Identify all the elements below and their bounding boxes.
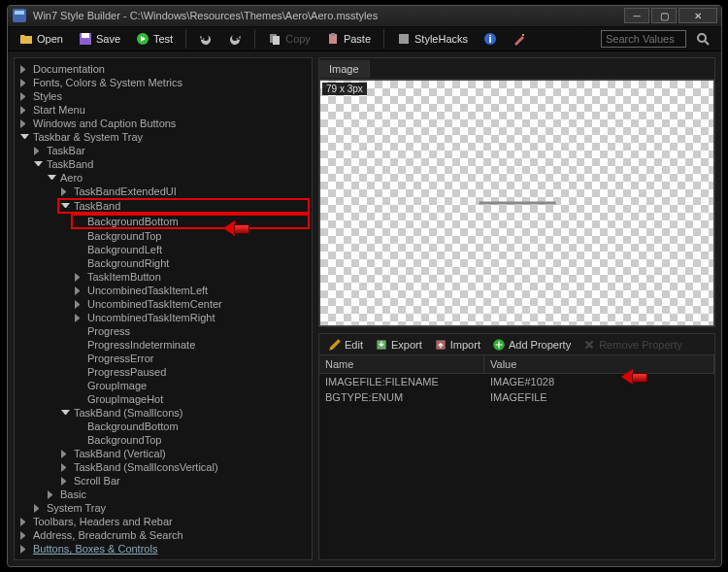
tree-bg-bottom[interactable]: BackgroundBottom — [71, 214, 310, 229]
svg-rect-1 — [15, 11, 24, 15]
tree-bg-left[interactable]: BackgroundLeft — [73, 243, 310, 256]
tree-taskband-ext[interactable]: TaskBandExtendedUI — [59, 185, 310, 198]
tree-progress-err[interactable]: ProgressError — [73, 352, 310, 365]
x-icon — [582, 338, 596, 352]
search-input[interactable] — [601, 30, 686, 48]
window-title: Win7 Style Builder - C:\Windows\Resource… — [33, 10, 624, 21]
tree-system-tray[interactable]: System Tray — [32, 501, 310, 515]
paste-button[interactable]: Paste — [320, 30, 377, 48]
minimize-button[interactable]: ─ — [624, 8, 649, 23]
svg-rect-3 — [82, 33, 89, 38]
tree-group-image[interactable]: GroupImage — [73, 379, 310, 392]
tree-documentation[interactable]: Documentation — [18, 62, 310, 76]
tree-taskband-inner[interactable]: TaskBand — [57, 198, 310, 214]
tree-basic[interactable]: Basic — [46, 488, 310, 501]
undo-button[interactable] — [193, 30, 218, 48]
export-icon — [375, 338, 388, 352]
copy-icon — [268, 32, 281, 46]
tree-progress-ind[interactable]: ProgressIndeterminate — [73, 338, 310, 352]
import-button[interactable]: Import — [429, 337, 485, 353]
svg-point-12 — [522, 34, 524, 36]
tree-uncomb-center[interactable]: UncombinedTaskItemCenter — [73, 297, 310, 311]
image-dimensions: 79 x 3px — [322, 83, 367, 95]
edit-button[interactable]: Edit — [323, 337, 368, 353]
tree-toolbars-rebar[interactable]: Toolbars, Headers and Rebar — [18, 515, 310, 528]
image-tab[interactable]: Image — [319, 60, 370, 78]
svg-rect-8 — [331, 33, 335, 36]
tree-taskband-smallv[interactable]: TaskBand (SmallIconsVertical) — [59, 460, 310, 474]
stylehacks-icon — [397, 32, 411, 46]
tree-taskbar[interactable]: TaskBar — [32, 144, 310, 157]
play-icon — [136, 32, 149, 46]
maximize-button[interactable]: ▢ — [651, 8, 677, 23]
wand-button[interactable] — [507, 30, 532, 48]
tree-bg-top2[interactable]: BackgroundTop — [73, 433, 310, 447]
tree-taskband-vert[interactable]: TaskBand (Vertical) — [59, 447, 310, 460]
image-preview-panel: Image 79 x 3px — [318, 57, 715, 327]
annotation-arrow-property — [621, 369, 646, 385]
undo-icon — [199, 32, 213, 46]
tree-bg-bottom2[interactable]: BackgroundBottom — [73, 420, 310, 433]
info-icon: i — [483, 32, 497, 46]
add-property-button[interactable]: Add Property — [487, 337, 576, 353]
titlebar[interactable]: Win7 Style Builder - C:\Windows\Resource… — [8, 6, 721, 27]
tree-progress-paused[interactable]: ProgressPaused — [73, 365, 310, 379]
save-icon — [79, 32, 92, 46]
export-button[interactable]: Export — [370, 337, 427, 353]
col-name[interactable]: Name — [319, 355, 484, 373]
save-button[interactable]: Save — [73, 30, 126, 48]
info-button[interactable]: i — [478, 30, 503, 48]
search-icon — [696, 32, 710, 46]
copy-button[interactable]: Copy — [262, 30, 316, 48]
image-preview[interactable]: 79 x 3px — [319, 80, 714, 326]
close-button[interactable]: ✕ — [678, 8, 717, 23]
svg-rect-6 — [273, 36, 280, 45]
tree-bg-right[interactable]: BackgroundRight — [73, 256, 310, 270]
tree-progress[interactable]: Progress — [73, 324, 310, 338]
wand-icon — [513, 32, 526, 46]
tree-uncomb-left[interactable]: UncombinedTaskItemLeft — [73, 284, 310, 297]
stylehacks-button[interactable]: StyleHacks — [391, 30, 474, 48]
tree-taskitem-btn[interactable]: TaskItemButton — [73, 270, 310, 284]
paste-icon — [326, 32, 340, 46]
tree-startmenu[interactable]: Start Menu — [18, 103, 310, 117]
tree-group-image-hot[interactable]: GroupImageHot — [73, 392, 310, 406]
properties-panel: Edit Export Import Add Property Remove P… — [318, 333, 715, 560]
annotation-arrow-tree — [223, 220, 248, 236]
redo-button[interactable] — [222, 30, 248, 48]
pencil-icon — [328, 338, 342, 352]
property-row[interactable]: IMAGEFILE:FILENAME IMAGE#1028 — [319, 374, 714, 389]
tree-uncomb-right[interactable]: UncombinedTaskItemRight — [73, 311, 310, 324]
svg-text:i: i — [489, 33, 492, 45]
tree-bg-top[interactable]: BackgroundTop — [73, 229, 310, 243]
redo-icon — [228, 32, 242, 46]
tree-panel[interactable]: Documentation Fonts, Colors & System Met… — [14, 57, 313, 560]
tree-aero[interactable]: Aero — [46, 171, 310, 185]
folder-icon — [19, 32, 33, 46]
search-button[interactable] — [690, 30, 715, 48]
tree-address-search[interactable]: Address, Breadcrumb & Search — [18, 528, 310, 542]
tree-taskband-small[interactable]: TaskBand (SmallIcons) — [59, 406, 310, 420]
app-icon — [12, 8, 27, 23]
plus-icon — [492, 338, 506, 352]
tree-taskband[interactable]: TaskBand — [32, 157, 310, 171]
main-toolbar: Open Save Test Copy Paste StyleHacks i — [8, 27, 721, 51]
col-value[interactable]: Value — [484, 355, 714, 373]
preview-bitmap — [479, 202, 555, 205]
open-button[interactable]: Open — [14, 30, 69, 48]
import-icon — [434, 338, 447, 352]
property-row[interactable]: BGTYPE:ENUM IMAGEFILE — [319, 389, 714, 405]
svg-rect-9 — [399, 34, 409, 44]
tree-fonts[interactable]: Fonts, Colors & System Metrics — [18, 76, 310, 89]
tree-buttons-boxes[interactable]: Buttons, Boxes & Controls — [18, 542, 310, 555]
tree-scrollbar[interactable]: Scroll Bar — [59, 474, 310, 488]
tree-styles[interactable]: Styles — [18, 89, 310, 103]
properties-header[interactable]: Name Value — [319, 355, 714, 374]
remove-property-button: Remove Property — [578, 337, 687, 353]
tree-taskbar-tray[interactable]: Taskbar & System Tray — [18, 130, 310, 144]
test-button[interactable]: Test — [130, 30, 179, 48]
svg-point-13 — [698, 34, 706, 42]
tree-windows-caption[interactable]: Windows and Caption Buttons — [18, 117, 310, 130]
